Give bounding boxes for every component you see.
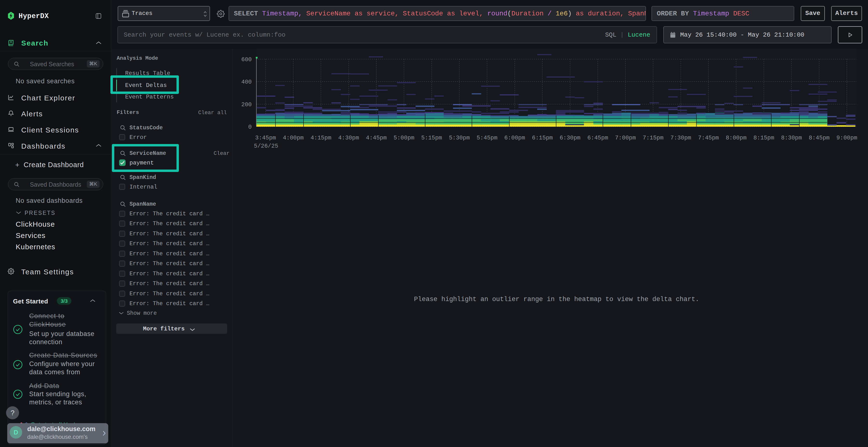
svg-text:8:15pm: 8:15pm — [753, 135, 774, 141]
svg-text:5:30pm: 5:30pm — [449, 135, 470, 141]
svg-text:600: 600 — [241, 56, 252, 63]
svg-text:7:15pm: 7:15pm — [643, 135, 663, 141]
svg-text:8:45pm: 8:45pm — [809, 135, 830, 141]
svg-text:400: 400 — [241, 79, 252, 85]
svg-text:8:30pm: 8:30pm — [781, 135, 802, 141]
svg-text:200: 200 — [241, 101, 252, 108]
svg-text:8:00pm: 8:00pm — [726, 135, 746, 141]
svg-text:7:00pm: 7:00pm — [615, 135, 636, 141]
svg-text:5:15pm: 5:15pm — [421, 135, 442, 141]
svg-text:6:00pm: 6:00pm — [504, 135, 525, 141]
svg-text:4:15pm: 4:15pm — [311, 135, 331, 141]
svg-text:7:30pm: 7:30pm — [670, 135, 691, 141]
svg-text:5/26/25: 5/26/25 — [254, 143, 278, 149]
svg-text:9:00pm: 9:00pm — [836, 135, 857, 141]
svg-text:5:00pm: 5:00pm — [394, 135, 414, 141]
svg-text:6:45pm: 6:45pm — [587, 135, 608, 141]
svg-text:6:15pm: 6:15pm — [532, 135, 553, 141]
svg-text:4:30pm: 4:30pm — [338, 135, 359, 141]
svg-text:0: 0 — [248, 124, 252, 130]
svg-text:4:00pm: 4:00pm — [283, 135, 304, 141]
svg-text:3:45pm: 3:45pm — [255, 135, 276, 141]
svg-text:4:45pm: 4:45pm — [366, 135, 386, 141]
svg-text:7:45pm: 7:45pm — [698, 135, 719, 141]
svg-text:6:30pm: 6:30pm — [560, 135, 580, 141]
svg-text:5:45pm: 5:45pm — [477, 135, 497, 141]
